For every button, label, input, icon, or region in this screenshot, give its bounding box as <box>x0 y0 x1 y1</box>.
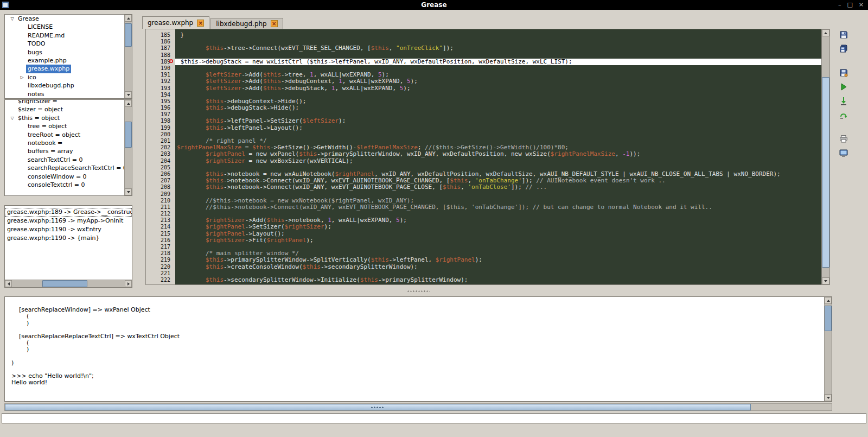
scrollbar-thumb[interactable] <box>125 122 132 148</box>
scrollbar-thumb[interactable] <box>125 23 132 47</box>
line-number[interactable]: 194 <box>146 92 175 98</box>
line-number[interactable]: 210 <box>146 198 175 204</box>
minimize-button[interactable]: – <box>838 0 841 10</box>
scrollbar-track[interactable] <box>12 280 125 287</box>
tree-item[interactable]: README.md <box>5 31 124 40</box>
line-number[interactable]: 198 <box>146 118 175 124</box>
tree-item[interactable]: libxdebugd.php <box>5 81 124 90</box>
line-number[interactable]: 207 <box>146 178 175 184</box>
tab-libxdebugd-php[interactable]: libxdebugd.php × <box>210 18 283 29</box>
line-number[interactable]: 197 <box>146 111 175 118</box>
code-editor[interactable]: 185 }186 187 $this->tree->Connect(wxEVT_… <box>145 29 830 285</box>
line-number[interactable]: 212 <box>146 211 175 217</box>
scrollbar-thumb[interactable] <box>825 306 832 331</box>
step-into-button[interactable] <box>837 96 850 107</box>
tree-item[interactable]: tree = object <box>5 122 124 130</box>
line-number[interactable]: 209 <box>146 191 175 198</box>
line-number[interactable]: 188 <box>146 52 175 59</box>
tree-item[interactable]: consoleWindow = 0 <box>5 173 124 181</box>
scroll-up-icon[interactable] <box>822 29 829 36</box>
tree-item[interactable]: consoleTextctrl = 0 <box>5 181 124 189</box>
line-number[interactable]: 185 <box>146 32 175 39</box>
scroll-up-icon[interactable] <box>125 15 132 22</box>
maximize-button[interactable]: □ <box>847 0 852 10</box>
console-scrollbar[interactable] <box>824 297 832 401</box>
line-number[interactable]: 200 <box>146 131 175 138</box>
line-number[interactable]: 202 <box>146 144 175 151</box>
scroll-right-icon[interactable] <box>125 280 132 287</box>
line-number[interactable]: 199 <box>146 125 175 131</box>
scroll-down-icon[interactable] <box>822 277 829 284</box>
tab-close-icon[interactable]: × <box>271 20 278 27</box>
tab-close-icon[interactable]: × <box>197 20 204 27</box>
scrollbar-thumb[interactable] <box>42 280 87 287</box>
variables-scrollbar[interactable] <box>124 100 132 195</box>
console-output[interactable]: [searchReplaceWindow] => wxPanel Object … <box>5 297 824 401</box>
scrollbar-thumb[interactable] <box>822 77 829 268</box>
tree-item[interactable]: ▽Grease <box>5 15 124 23</box>
tree-item[interactable]: buffers = array <box>5 147 124 155</box>
tab-grease-wxphp[interactable]: grease.wxphp × <box>142 16 209 29</box>
splitter-sash[interactable] <box>4 288 832 294</box>
line-number[interactable]: 205 <box>146 164 175 171</box>
tree-item[interactable]: $rightSizer = <box>5 99 124 105</box>
line-number[interactable]: 192 <box>146 78 175 85</box>
console-command-input[interactable] <box>2 413 866 423</box>
console-view-button[interactable] <box>837 148 850 160</box>
tree-item[interactable]: notes <box>5 90 124 98</box>
scroll-down-icon[interactable] <box>825 394 832 401</box>
line-number[interactable]: 201 <box>146 138 175 144</box>
stack-frame[interactable]: grease.wxphp:1169 -> myApp->OnInit <box>5 217 132 225</box>
tree-item[interactable]: treeRoot = object <box>5 131 124 139</box>
breakpoint-icon[interactable] <box>169 59 173 63</box>
editor-scrollbar[interactable] <box>821 29 829 284</box>
line-number[interactable]: 208 <box>146 184 175 191</box>
line-number[interactable]: 196 <box>146 105 175 111</box>
line-number[interactable]: 186 <box>146 39 175 45</box>
line-number[interactable]: 203 <box>146 151 175 157</box>
tree-item[interactable]: bugs <box>5 48 124 56</box>
close-button[interactable]: × <box>859 0 864 10</box>
file-tree-scrollbar[interactable] <box>124 15 132 98</box>
line-number[interactable]: 222 <box>146 277 175 283</box>
scroll-down-icon[interactable] <box>125 91 132 98</box>
scrollbar-track[interactable] <box>822 36 829 277</box>
stack-frame[interactable]: grease.wxphp:189 -> Grease->__construct <box>5 208 132 217</box>
tree-item[interactable]: grease.wxphp <box>5 65 124 73</box>
save-as-button[interactable] <box>837 67 850 79</box>
save-all-button[interactable] <box>837 43 850 55</box>
tree-item[interactable]: ▷ico <box>5 73 124 81</box>
scroll-left-icon[interactable] <box>5 280 12 287</box>
scroll-up-icon[interactable] <box>125 100 132 107</box>
run-button[interactable] <box>837 81 850 93</box>
tree-item[interactable]: notebook = <box>5 139 124 147</box>
line-number[interactable]: 215 <box>146 231 175 237</box>
line-number[interactable]: 190 <box>146 65 175 72</box>
scroll-up-icon[interactable] <box>825 297 832 304</box>
scrollbar-track[interactable] <box>825 304 832 394</box>
call-stack-hscrollbar[interactable] <box>5 280 132 287</box>
tree-expander-icon[interactable]: ▽ <box>8 15 16 23</box>
tree-expander-icon[interactable]: ▷ <box>18 73 26 81</box>
tree-item[interactable]: example.php <box>5 56 124 65</box>
line-number[interactable]: 206 <box>146 171 175 178</box>
line-number[interactable]: 191 <box>146 72 175 78</box>
bottom-hscrollbar[interactable] <box>4 403 832 411</box>
scroll-down-icon[interactable] <box>125 188 132 195</box>
line-number[interactable]: 213 <box>146 217 175 224</box>
stack-frame[interactable]: grease.wxphp:1190 -> {main} <box>5 234 132 243</box>
save-button[interactable] <box>837 29 850 41</box>
print-button[interactable] <box>837 134 850 145</box>
line-number[interactable]: 193 <box>146 85 175 92</box>
line-number[interactable]: 218 <box>146 250 175 257</box>
line-number[interactable]: 204 <box>146 158 175 164</box>
stack-frame[interactable]: grease.wxphp:1190 -> wxEntry <box>5 225 132 234</box>
line-number[interactable]: 214 <box>146 224 175 230</box>
tree-item[interactable]: $sizer = object <box>5 105 124 113</box>
scrollbar-track[interactable] <box>125 107 132 188</box>
line-number[interactable]: 220 <box>146 264 175 270</box>
scrollbar-thumb[interactable] <box>5 404 751 410</box>
line-number[interactable]: 221 <box>146 270 175 277</box>
line-number[interactable]: 216 <box>146 237 175 244</box>
tree-item[interactable]: TODO <box>5 40 124 48</box>
